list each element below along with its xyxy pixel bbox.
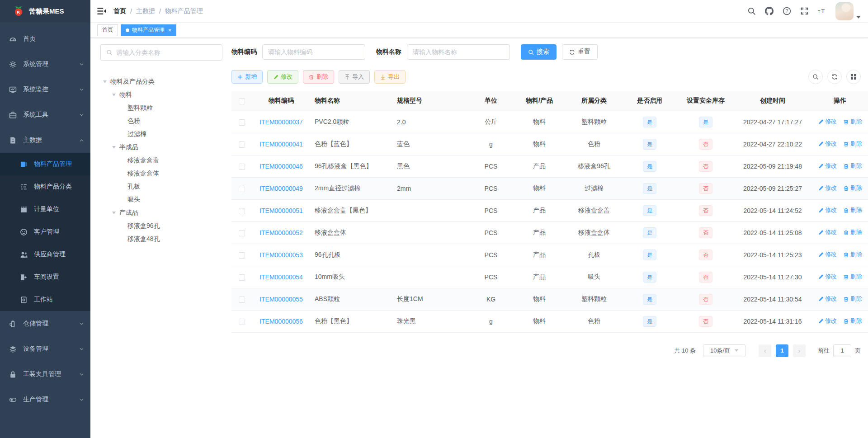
row-delete-link[interactable]: 删除: [843, 140, 862, 148]
row-edit-link[interactable]: 修改: [818, 206, 837, 214]
tree-node[interactable]: 过滤棉: [100, 127, 222, 141]
export-button[interactable]: 导出: [374, 70, 406, 84]
app-logo[interactable]: K 苦糖果MES: [0, 0, 90, 23]
goto-page-input[interactable]: [833, 344, 851, 357]
next-page-button[interactable]: ›: [793, 344, 806, 357]
tree-caret-icon[interactable]: [112, 94, 116, 96]
row-delete-link[interactable]: 删除: [843, 162, 862, 170]
refresh-icon[interactable]: [827, 70, 842, 84]
tree-caret-icon[interactable]: [112, 212, 116, 214]
tree-caret-icon[interactable]: [112, 146, 116, 149]
page-number-1[interactable]: 1: [776, 344, 788, 357]
tree-node[interactable]: 吸头: [100, 193, 222, 206]
row-delete-link[interactable]: 删除: [843, 295, 862, 303]
avatar[interactable]: [835, 2, 854, 20]
row-checkbox[interactable]: [239, 164, 245, 170]
github-icon[interactable]: [765, 7, 774, 15]
tree-node[interactable]: 孔板: [100, 180, 222, 193]
row-edit-link[interactable]: 修改: [818, 184, 837, 192]
toggle-search-icon[interactable]: [808, 70, 823, 84]
sidebar-item-workstation[interactable]: 工作站: [0, 288, 90, 311]
sidebar-item-material-product-management[interactable]: 物料产品管理: [0, 153, 90, 175]
row-checkbox[interactable]: [239, 252, 245, 259]
tree-node[interactable]: 移液盒96孔: [100, 219, 222, 232]
tab-material-product-management[interactable]: 物料产品管理 ×: [121, 24, 176, 36]
sidebar-item-system-tools[interactable]: 系统工具: [0, 102, 90, 127]
tree-node[interactable]: 塑料颗粒: [100, 101, 222, 114]
tree-caret-icon[interactable]: [103, 80, 107, 83]
row-delete-link[interactable]: 删除: [843, 206, 862, 214]
row-edit-link[interactable]: 修改: [818, 295, 837, 303]
material-code-link[interactable]: ITEM00000053: [259, 251, 303, 259]
row-checkbox[interactable]: [239, 186, 245, 192]
reset-button[interactable]: 重置: [562, 44, 598, 60]
sidebar-item-supplier-management[interactable]: 供应商管理: [0, 243, 90, 266]
material-code-input[interactable]: [262, 44, 365, 60]
tree-node[interactable]: 移液盒盒盖: [100, 154, 222, 167]
row-edit-link[interactable]: 修改: [818, 250, 837, 259]
tree-node[interactable]: 半成品: [100, 141, 222, 154]
row-delete-link[interactable]: 删除: [843, 317, 862, 325]
material-code-link[interactable]: ITEM00000052: [259, 229, 303, 236]
sidebar-item-home[interactable]: 首页: [0, 26, 90, 52]
material-code-link[interactable]: ITEM00000055: [259, 296, 303, 303]
sidebar-fold-icon[interactable]: [97, 7, 106, 15]
row-delete-link[interactable]: 删除: [843, 228, 862, 236]
search-button[interactable]: 搜索: [521, 44, 557, 60]
sidebar-item-production-management[interactable]: 生产管理: [0, 387, 90, 412]
tab-close-icon[interactable]: ×: [168, 28, 171, 33]
delete-button[interactable]: 删除: [303, 70, 334, 84]
breadcrumb-home[interactable]: 首页: [113, 7, 126, 15]
import-button[interactable]: 导入: [339, 70, 370, 84]
sidebar-item-warehouse-management[interactable]: 仓储管理: [0, 311, 90, 336]
category-search-input[interactable]: [116, 49, 217, 56]
row-checkbox[interactable]: [239, 297, 245, 303]
sidebar-item-customer-management[interactable]: 客户管理: [0, 221, 90, 243]
row-checkbox[interactable]: [239, 230, 245, 236]
sidebar-item-device-management[interactable]: 设备管理: [0, 336, 90, 362]
tree-node[interactable]: 移液盒盒体: [100, 167, 222, 180]
font-size-icon[interactable]: TT: [818, 7, 826, 15]
material-code-link[interactable]: ITEM00000037: [259, 118, 303, 126]
row-delete-link[interactable]: 删除: [843, 118, 862, 126]
material-code-link[interactable]: ITEM00000049: [259, 185, 303, 192]
tree-node[interactable]: 移液盒48孔: [100, 232, 222, 245]
material-code-link[interactable]: ITEM00000046: [259, 163, 303, 170]
sidebar-item-master-data[interactable]: 主数据: [0, 127, 90, 153]
row-delete-link[interactable]: 删除: [843, 273, 862, 281]
row-checkbox[interactable]: [239, 319, 245, 325]
grid-columns-icon[interactable]: [846, 70, 861, 84]
add-button[interactable]: 新增: [231, 70, 263, 84]
row-edit-link[interactable]: 修改: [818, 140, 837, 148]
page-size-select[interactable]: 10条/页: [703, 344, 745, 357]
row-edit-link[interactable]: 修改: [818, 317, 837, 325]
tree-node[interactable]: 产成品: [100, 206, 222, 219]
sidebar-item-system-management[interactable]: 系统管理: [0, 52, 90, 77]
edit-button[interactable]: 修改: [267, 70, 298, 84]
prev-page-button[interactable]: ‹: [759, 344, 771, 357]
material-name-input[interactable]: [407, 44, 510, 60]
row-checkbox[interactable]: [239, 119, 245, 126]
tab-home[interactable]: 首页: [97, 24, 118, 36]
sidebar-item-measure-unit[interactable]: 计量单位: [0, 198, 90, 221]
sidebar-item-material-product-category[interactable]: 物料产品分类: [0, 175, 90, 198]
material-code-link[interactable]: ITEM00000054: [259, 273, 303, 281]
material-code-link[interactable]: ITEM00000051: [259, 207, 303, 214]
row-delete-link[interactable]: 删除: [843, 184, 862, 192]
help-icon[interactable]: ?: [783, 7, 791, 15]
tree-node[interactable]: 物料及产品分类: [100, 75, 222, 88]
sidebar-item-workshop-settings[interactable]: 车间设置: [0, 266, 90, 288]
search-icon[interactable]: [747, 7, 756, 15]
row-edit-link[interactable]: 修改: [818, 228, 837, 236]
row-checkbox[interactable]: [239, 141, 245, 148]
row-edit-link[interactable]: 修改: [818, 162, 837, 170]
fullscreen-icon[interactable]: [800, 7, 809, 15]
user-menu[interactable]: [835, 2, 861, 20]
material-code-link[interactable]: ITEM00000056: [259, 318, 303, 325]
row-checkbox[interactable]: [239, 208, 245, 214]
row-edit-link[interactable]: 修改: [818, 118, 837, 126]
sidebar-item-fixture-management[interactable]: 工装夹具管理: [0, 362, 90, 387]
row-edit-link[interactable]: 修改: [818, 273, 837, 281]
breadcrumb-master-data[interactable]: 主数据: [136, 7, 155, 15]
row-delete-link[interactable]: 删除: [843, 250, 862, 259]
